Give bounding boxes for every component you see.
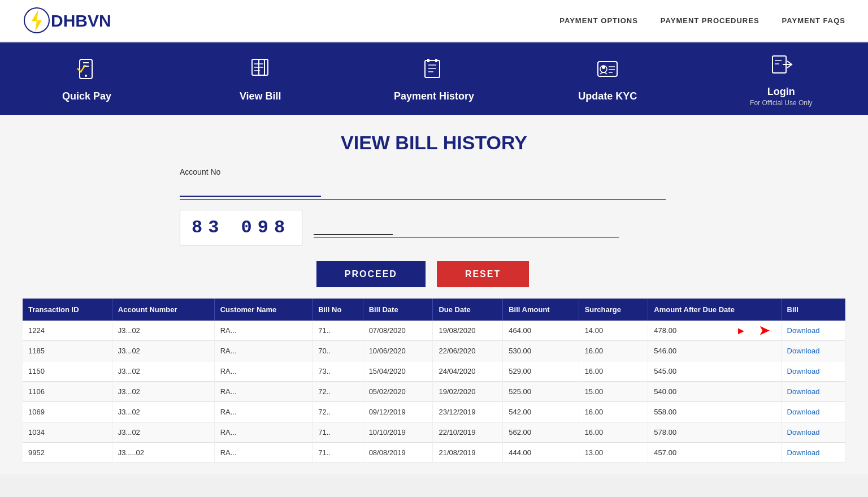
download-link[interactable]: Download (787, 408, 820, 416)
button-row: PROCEED RESET (180, 261, 666, 287)
cell-0: 1224 (23, 321, 112, 341)
col-transaction-id: Transaction ID (23, 299, 112, 321)
account-input[interactable] (180, 179, 321, 197)
download-cell: ➤►Download (781, 321, 845, 341)
table-header-row: Transaction ID Account Number Customer N… (23, 299, 845, 321)
banner-view-bill[interactable]: View Bill (204, 57, 317, 102)
nav-payment-options[interactable]: PAYMENT OPTIONS (559, 16, 638, 25)
svg-point-5 (85, 75, 87, 77)
cell-8: 558.00 (648, 402, 781, 422)
col-account-number: Account Number (112, 299, 214, 321)
payment-history-svg (422, 57, 446, 81)
account-label: Account No (180, 167, 220, 176)
cell-2: RA... (214, 422, 313, 443)
cell-3: 71.. (313, 422, 363, 443)
red-arrow-big-icon: ► (736, 325, 747, 336)
cell-1: J3...02 (112, 382, 214, 402)
cell-5: 22/06/2020 (433, 341, 503, 361)
nav-payment-procedures[interactable]: PAYMENT PROCEDURES (661, 16, 760, 25)
cell-2: RA... (214, 321, 313, 341)
download-link[interactable]: Download (787, 387, 820, 396)
quick-pay-svg (75, 57, 99, 81)
table-row: 1150J3...02RA...73..15/04/202024/04/2020… (23, 361, 845, 382)
cell-2: RA... (214, 382, 313, 402)
banner-update-kyc[interactable]: Update KYC (551, 57, 664, 102)
login-sublabel: For Official Use Only (750, 99, 812, 107)
logo: DHBVN (23, 5, 111, 36)
cell-4: 08/08/2019 (363, 443, 433, 463)
download-link[interactable]: Download (787, 326, 820, 335)
download-link[interactable]: Download (787, 347, 820, 355)
cell-2: RA... (214, 443, 313, 463)
cell-7: 15.00 (579, 382, 648, 402)
blue-banner: Quick Pay View Bill Payment (0, 42, 868, 115)
cell-2: RA... (214, 361, 313, 382)
download-link[interactable]: Download (787, 367, 820, 375)
red-arrow-icon: ➤ (759, 323, 769, 338)
proceed-button[interactable]: PROCEED (316, 261, 426, 287)
nav-payment-faqs[interactable]: PAYMENT FAQS (782, 16, 845, 25)
download-cell: Download (781, 443, 845, 463)
col-bill-date: Bill Date (363, 299, 433, 321)
cell-6: 529.00 (503, 361, 579, 382)
cell-2: RA... (214, 341, 313, 361)
captcha-input[interactable] (314, 217, 393, 235)
cell-1: J3...02 (112, 361, 214, 382)
main-nav: PAYMENT OPTIONS PAYMENT PROCEDURES PAYME… (559, 16, 845, 25)
cell-7: 16.00 (579, 422, 648, 443)
update-kyc-label: Update KYC (578, 90, 637, 102)
download-link[interactable]: Download (787, 428, 820, 437)
cell-4: 10/10/2019 (363, 422, 433, 443)
cell-4: 07/08/2020 (363, 321, 433, 341)
download-link[interactable]: Download (787, 448, 820, 457)
cell-8: 546.00 (648, 341, 781, 361)
svg-rect-15 (427, 59, 429, 62)
cell-0: 1185 (23, 341, 112, 361)
svg-point-22 (602, 66, 605, 69)
col-amount-after-due: Amount After Due Date (648, 299, 781, 321)
logo-text: DHBVN (51, 11, 111, 30)
payment-history-label: Payment History (394, 90, 474, 102)
svg-rect-11 (425, 60, 440, 77)
quick-pay-icon (75, 57, 99, 86)
cell-8: 578.00 (648, 422, 781, 443)
payment-history-icon (422, 57, 446, 86)
cell-3: 72.. (313, 382, 363, 402)
cell-0: 1069 (23, 402, 112, 422)
banner-login[interactable]: Login For Official Use Only (724, 53, 837, 107)
cell-1: J3...02 (112, 321, 214, 341)
cell-7: 14.00 (579, 321, 648, 341)
col-bill: Bill (781, 299, 845, 321)
cell-0: 1106 (23, 382, 112, 402)
col-surcharge: Surcharge (579, 299, 648, 321)
table-row: 1034J3...02RA...71..10/10/201922/10/2019… (23, 422, 845, 443)
banner-quick-pay[interactable]: Quick Pay (31, 57, 144, 102)
download-cell: Download (781, 422, 845, 443)
bill-history-table: Transaction ID Account Number Customer N… (23, 299, 845, 463)
cell-2: RA... (214, 402, 313, 422)
table-row: 1106J3...02RA...72..05/02/202019/02/2020… (23, 382, 845, 402)
cell-5: 22/10/2019 (433, 422, 503, 443)
cell-7: 16.00 (579, 341, 648, 361)
download-cell: Download (781, 402, 845, 422)
captcha-underline (314, 237, 619, 238)
cell-1: J3...02 (112, 341, 214, 361)
svg-marker-1 (32, 10, 42, 32)
cell-3: 70.. (313, 341, 363, 361)
cell-3: 71.. (313, 321, 363, 341)
cell-7: 16.00 (579, 402, 648, 422)
cell-7: 16.00 (579, 361, 648, 382)
cell-5: 19/02/2020 (433, 382, 503, 402)
page-title: VIEW BILL HISTORY (23, 132, 845, 154)
cell-4: 05/02/2020 (363, 382, 433, 402)
svg-rect-17 (598, 62, 617, 76)
quick-pay-label: Quick Pay (62, 90, 111, 102)
reset-button[interactable]: RESET (437, 261, 529, 287)
banner-payment-history[interactable]: Payment History (377, 57, 491, 102)
captcha-image: 83 098 (180, 210, 302, 245)
table-row: 9952J3.....02RA...71..08/08/201921/08/20… (23, 443, 845, 463)
cell-6: 464.00 (503, 321, 579, 341)
main-content: VIEW BILL HISTORY Account No 83 098 PROC… (0, 115, 868, 474)
table-row: 1224J3...02RA...71..07/08/202019/08/2020… (23, 321, 845, 341)
cell-6: 444.00 (503, 443, 579, 463)
